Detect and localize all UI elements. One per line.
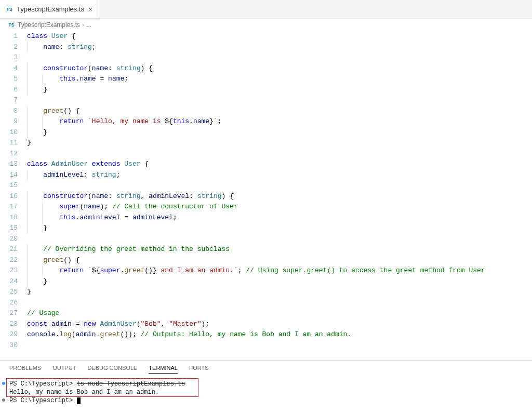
code-line[interactable]: 27// Usage: [0, 308, 532, 319]
line-number: 1: [0, 31, 27, 42]
line-number: 22: [0, 255, 27, 266]
terminal-cursor: [77, 397, 81, 404]
code-content[interactable]: name: string;: [27, 42, 532, 53]
line-number: 28: [0, 319, 27, 330]
code-content[interactable]: this.name = name;: [27, 74, 532, 85]
code-line[interactable]: 23 return `${super.greet()} and I am an …: [0, 265, 532, 276]
code-line[interactable]: 29console.log(admin.greet()); // Outputs…: [0, 329, 532, 340]
line-number: 20: [0, 234, 27, 245]
code-line[interactable]: 26: [0, 298, 532, 309]
code-content[interactable]: // Usage: [27, 308, 532, 319]
line-number: 27: [0, 308, 27, 319]
status-dot-icon: [2, 382, 5, 385]
breadcrumb-trail: ...: [86, 21, 91, 29]
code-content[interactable]: const admin = new AdminUser("Bob", "Mast…: [27, 319, 532, 330]
line-number: 4: [0, 63, 27, 74]
code-line[interactable]: 20: [0, 234, 532, 245]
code-content[interactable]: constructor(name: string) {: [27, 63, 532, 74]
tab-terminal[interactable]: TERMINAL: [149, 365, 178, 374]
code-line[interactable]: 1class User {: [0, 31, 532, 42]
code-line[interactable]: 18 this.adminLevel = adminLevel;: [0, 212, 532, 223]
line-number: 25: [0, 287, 27, 298]
editor-tab-bar: TS TypescriptExamples.ts ×: [0, 0, 532, 19]
tab-debug-console[interactable]: DEBUG CONSOLE: [87, 365, 137, 374]
code-line[interactable]: 14 adminLevel: string;: [0, 170, 532, 181]
line-number: 24: [0, 276, 27, 287]
code-line[interactable]: 2 name: string;: [0, 42, 532, 53]
code-line[interactable]: 17 super(name); // Call the constructor …: [0, 202, 532, 212]
panel-tab-bar: PROBLEMS OUTPUT DEBUG CONSOLE TERMINAL P…: [0, 361, 532, 377]
line-number: 6: [0, 85, 27, 96]
line-number: 30: [0, 340, 27, 351]
line-number: 21: [0, 244, 27, 255]
code-line[interactable]: 22 greet() {: [0, 255, 532, 266]
code-content[interactable]: super(name); // Call the constructor of …: [27, 202, 532, 212]
bottom-panel: PROBLEMS OUTPUT DEBUG CONSOLE TERMINAL P…: [0, 360, 532, 412]
editor-tab[interactable]: TS TypescriptExamples.ts ×: [0, 0, 99, 18]
code-content[interactable]: adminLevel: string;: [27, 170, 532, 181]
code-content[interactable]: this.adminLevel = adminLevel;: [27, 212, 532, 223]
code-line[interactable]: 6 }: [0, 85, 532, 96]
code-line[interactable]: 8 greet() {: [0, 106, 532, 117]
line-number: 11: [0, 138, 27, 149]
code-content[interactable]: }: [27, 287, 532, 298]
code-content[interactable]: return `${super.greet()} and I am an adm…: [27, 265, 532, 276]
tab-filename: TypescriptExamples.ts: [17, 5, 84, 13]
code-content[interactable]: class AdminUser extends User {: [27, 159, 532, 170]
line-number: 23: [0, 265, 27, 276]
code-line[interactable]: 12: [0, 149, 532, 160]
line-number: 2: [0, 42, 27, 53]
line-number: 29: [0, 329, 27, 340]
code-content[interactable]: constructor(name: string, adminLevel: st…: [27, 191, 532, 202]
code-line[interactable]: 28const admin = new AdminUser("Bob", "Ma…: [0, 319, 532, 330]
code-content[interactable]: }: [27, 276, 532, 287]
code-line[interactable]: 15: [0, 180, 532, 191]
line-number: 8: [0, 106, 27, 117]
breadcrumb[interactable]: TS TypescriptExamples.ts › ...: [0, 19, 532, 31]
code-line[interactable]: 16 constructor(name: string, adminLevel:…: [0, 191, 532, 202]
code-line[interactable]: 9 return `Hello, my name is ${this.name}…: [0, 116, 532, 127]
code-content[interactable]: }: [27, 138, 532, 149]
code-content[interactable]: return `Hello, my name is ${this.name}`;: [27, 116, 532, 127]
code-line[interactable]: 10 }: [0, 127, 532, 138]
line-number: 5: [0, 74, 27, 85]
code-line[interactable]: 24 }: [0, 276, 532, 287]
line-number: 14: [0, 170, 27, 181]
code-content[interactable]: }: [27, 127, 532, 138]
code-content[interactable]: class User {: [27, 31, 532, 42]
terminal[interactable]: PS C:\Typescript> ts-node TypescriptExam…: [0, 377, 532, 412]
typescript-icon: TS: [5, 7, 14, 12]
breadcrumb-file: TypescriptExamples.ts: [18, 21, 80, 29]
code-content[interactable]: console.log(admin.greet()); // Outputs: …: [27, 329, 532, 340]
line-number: 15: [0, 180, 27, 191]
chevron-right-icon: ›: [82, 21, 84, 29]
code-editor[interactable]: 1class User {2 name: string;34 construct…: [0, 31, 532, 360]
line-number: 9: [0, 116, 27, 127]
code-line[interactable]: 7: [0, 95, 532, 106]
code-content[interactable]: // Overriding the greet method in the su…: [27, 244, 532, 255]
line-number: 3: [0, 52, 27, 63]
code-line[interactable]: 13class AdminUser extends User {: [0, 159, 532, 170]
line-number: 19: [0, 223, 27, 234]
tab-problems[interactable]: PROBLEMS: [9, 365, 41, 374]
code-line[interactable]: 5 this.name = name;: [0, 74, 532, 85]
code-line[interactable]: 19 }: [0, 223, 532, 234]
code-content[interactable]: }: [27, 85, 532, 96]
code-line[interactable]: 21 // Overriding the greet method in the…: [0, 244, 532, 255]
code-line[interactable]: 30: [0, 340, 532, 351]
tab-output[interactable]: OUTPUT: [52, 365, 76, 374]
line-number: 26: [0, 298, 27, 309]
line-number: 7: [0, 95, 27, 106]
terminal-line: PS C:\Typescript> ts-node TypescriptExam…: [9, 380, 523, 388]
status-dot-icon: [2, 398, 5, 402]
terminal-line: Hello, my name is Bob and I am an admin.: [9, 388, 523, 396]
code-content[interactable]: }: [27, 223, 532, 234]
close-icon[interactable]: ×: [87, 5, 94, 14]
code-line[interactable]: 11}: [0, 138, 532, 149]
tab-ports[interactable]: PORTS: [189, 365, 209, 374]
code-line[interactable]: 3: [0, 52, 532, 63]
code-content[interactable]: greet() {: [27, 106, 532, 117]
code-line[interactable]: 4 constructor(name: string) {: [0, 63, 532, 74]
code-content[interactable]: greet() {: [27, 255, 532, 266]
code-line[interactable]: 25}: [0, 287, 532, 298]
